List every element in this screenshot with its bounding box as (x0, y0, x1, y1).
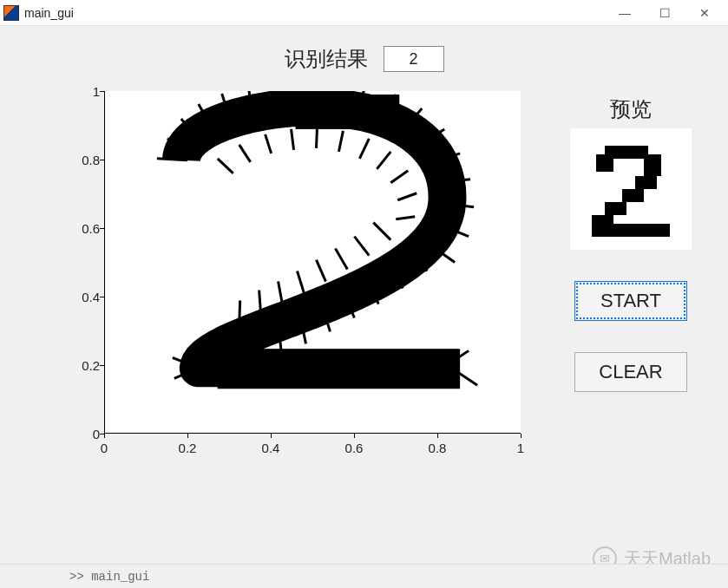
xtick-0-8: 0.8 (429, 441, 447, 455)
clear-button-label: CLEAR (599, 361, 662, 383)
right-panel: 预览 START CLEAR (561, 95, 700, 392)
svg-line-27 (397, 193, 416, 200)
drawing-axes: 1 0.8 0.6 0.4 0.2 0 0 0.2 0.4 0.6 0.8 1 (52, 78, 542, 477)
result-value-box: 2 (384, 46, 444, 72)
handwritten-two-icon (105, 91, 521, 433)
preview-label: 预览 (610, 95, 652, 123)
svg-line-41 (335, 249, 347, 270)
preview-two-icon (570, 128, 692, 250)
ytick-0-8: 0.8 (69, 153, 100, 167)
ytick-0-2: 0.2 (69, 358, 100, 373)
window-controls: — ☐ ✕ (605, 1, 725, 25)
svg-line-18 (218, 159, 233, 173)
svg-line-40 (354, 237, 369, 256)
ytick-0: 0 (69, 427, 100, 441)
command-text: >> main_gui (69, 570, 149, 584)
xtick-0: 0 (101, 441, 108, 455)
svg-rect-51 (296, 95, 400, 129)
svg-rect-55 (644, 154, 661, 176)
result-value: 2 (409, 50, 417, 69)
svg-line-0 (157, 159, 187, 160)
result-label: 识别结果 (285, 45, 368, 73)
svg-rect-58 (605, 202, 626, 215)
preview-thumbnail (570, 128, 692, 250)
svg-line-43 (298, 271, 305, 294)
svg-rect-56 (635, 176, 657, 189)
xtick-0-6: 0.6 (345, 441, 364, 455)
matlab-icon (3, 5, 19, 21)
ytick-0-6: 0.6 (69, 221, 100, 236)
start-button-label: START (600, 290, 661, 312)
minimize-button[interactable]: — (605, 1, 645, 25)
app-body: 识别结果 2 1 0.8 0.6 0.4 0.2 0 0 0.2 0.4 0.6… (0, 26, 728, 588)
ytick-0-4: 0.4 (69, 290, 100, 304)
svg-line-21 (292, 129, 294, 150)
svg-line-42 (316, 260, 325, 282)
svg-line-39 (373, 223, 390, 240)
drawing-canvas[interactable] (104, 91, 521, 434)
svg-line-23 (338, 131, 343, 152)
svg-line-46 (239, 300, 240, 324)
result-header: 识别结果 2 (0, 45, 728, 73)
svg-line-25 (377, 152, 390, 169)
xtick-1: 1 (517, 441, 524, 455)
svg-line-28 (396, 217, 415, 219)
xtick-0-4: 0.4 (262, 441, 280, 455)
svg-rect-57 (622, 189, 644, 202)
ytick-1: 1 (69, 84, 100, 99)
svg-rect-52 (218, 349, 460, 389)
svg-line-22 (316, 127, 317, 148)
svg-rect-60 (592, 224, 670, 237)
clear-button[interactable]: CLEAR (574, 352, 687, 392)
command-footer: >> main_gui (0, 564, 728, 588)
svg-line-45 (259, 291, 261, 315)
close-button[interactable]: ✕ (685, 1, 725, 25)
svg-rect-54 (596, 154, 613, 172)
svg-line-19 (239, 145, 251, 162)
maximize-button[interactable]: ☐ (645, 1, 685, 25)
svg-line-44 (279, 282, 283, 305)
svg-line-26 (390, 171, 408, 183)
svg-line-20 (266, 134, 272, 154)
start-button[interactable]: START (574, 281, 687, 321)
window-title: main_gui (24, 6, 74, 20)
svg-line-24 (359, 139, 369, 159)
xtick-0-2: 0.2 (179, 441, 197, 455)
title-bar: main_gui — ☐ ✕ (0, 0, 728, 26)
